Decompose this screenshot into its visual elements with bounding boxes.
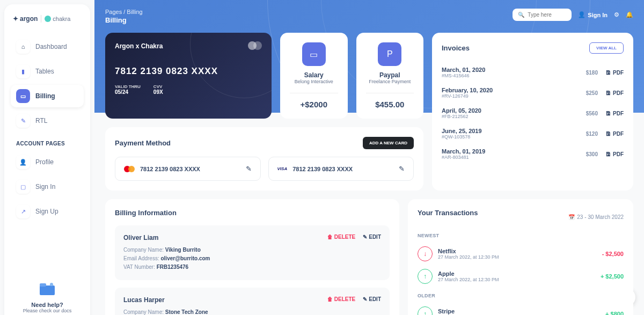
paypal-value: $455.00 — [366, 93, 414, 109]
invoice-date: March, 01, 2019 — [442, 148, 485, 155]
transaction-amount: + $2,500 — [601, 273, 624, 280]
transaction-time: 27 March 2022, at 12:30 PM — [438, 277, 499, 282]
sidebar: ✦argon chakra ⌂Dashboard ▮Tables ▭Billin… — [4, 4, 90, 315]
billing-name: Lucas Harper — [123, 296, 219, 304]
invoice-row: June, 25, 2019#QW-103578$120🖺PDF — [442, 123, 624, 144]
company-value: Viking Burrito — [165, 247, 201, 253]
delete-button[interactable]: 🗑DELETE — [327, 296, 355, 302]
transaction-name: Stripe — [438, 308, 499, 314]
nav-dashboard[interactable]: ⌂Dashboard — [11, 35, 84, 58]
billing-title: Billing Information — [115, 209, 390, 217]
pdf-button[interactable]: 🖺PDF — [605, 111, 624, 116]
invoice-amount: $180 — [586, 70, 598, 76]
card-number: 7812 2139 0823 XXXX — [140, 166, 200, 172]
nav-rtl[interactable]: ✎RTL — [11, 109, 84, 132]
help-subtitle: Please check our docs — [11, 308, 84, 313]
page-title: Billing — [105, 16, 143, 24]
signin-link[interactable]: 👤Sign In — [578, 11, 608, 18]
edit-icon[interactable]: ✎ — [399, 165, 405, 173]
view-all-button[interactable]: VIEW ALL — [589, 42, 624, 54]
invoice-row: March, 01, 2019#AR-803481$300🖺PDF — [442, 144, 624, 164]
transactions-title: Your Transactions — [418, 209, 478, 217]
invoice-amount: $560 — [586, 111, 598, 116]
transaction-row: ↑Stripe26 March 2022, at 13:45 PM+ $800 — [418, 303, 624, 315]
invoice-date: February, 10, 2020 — [442, 87, 493, 93]
edit-button[interactable]: ✎EDIT — [363, 296, 381, 302]
help-title: Need help? — [11, 302, 84, 308]
email-value: oliver@burrito.com — [160, 255, 210, 261]
tool-icon: ✎ — [16, 114, 30, 128]
invoice-amount: $300 — [586, 151, 598, 157]
company-value: Stone Tech Zone — [165, 309, 208, 315]
person-icon: 👤 — [578, 11, 586, 18]
invoice-row: March, 01, 2020#MS-415646$180🖺PDF — [442, 62, 624, 83]
invoice-date: June, 25, 2019 — [442, 128, 482, 134]
invoice-amount: $120 — [586, 131, 598, 137]
invoice-date: April, 05, 2020 — [442, 107, 481, 114]
main: Pages / Billing Billing 🔍 👤Sign In ⚙ 🔔 A… — [94, 0, 644, 315]
transaction-name: Netflix — [438, 248, 499, 254]
gear-icon[interactable]: ⚙ — [614, 11, 619, 18]
invoice-id: #AR-803481 — [442, 155, 485, 160]
pdf-icon: 🖺 — [605, 151, 611, 157]
pdf-button[interactable]: 🖺PDF — [605, 131, 624, 137]
cc-title: Argon x Chakra — [115, 42, 262, 50]
card-icon: ▭ — [16, 89, 30, 103]
nav-signin[interactable]: ▢Sign In — [11, 175, 84, 198]
pdf-icon: 🖺 — [605, 70, 611, 76]
transaction-amount: - $2,500 — [602, 251, 624, 257]
mastercard-icon — [248, 41, 262, 50]
invoices-title: Invoices — [442, 44, 470, 52]
search-input[interactable] — [528, 12, 566, 18]
search-icon: 🔍 — [518, 12, 524, 18]
transaction-time: 27 March 2022, at 12:30 PM — [438, 254, 499, 260]
payment-card-visa: VISA7812 2139 0823 XXXX ✎ — [268, 157, 414, 181]
pdf-button[interactable]: 🖺PDF — [605, 90, 624, 96]
invoice-id: #QW-103578 — [442, 134, 482, 140]
trash-icon: 🗑 — [327, 296, 333, 302]
nav-tables[interactable]: ▮Tables — [11, 60, 84, 83]
edit-icon[interactable]: ✎ — [246, 165, 252, 173]
pdf-icon: 🖺 — [605, 111, 611, 116]
pdf-icon: 🖺 — [605, 90, 611, 96]
arrow-up-icon: ↑ — [418, 306, 433, 315]
payment-method-card: Payment Method ADD A NEW CARD 7812 2139 … — [105, 127, 423, 191]
pdf-button[interactable]: 🖺PDF — [605, 70, 624, 76]
user-icon: 👤 — [16, 155, 30, 169]
company-label: Company Name: — [123, 247, 164, 253]
svg-rect-0 — [40, 285, 55, 295]
transaction-amount: + $800 — [605, 311, 624, 315]
nav-signup[interactable]: ↗Sign Up — [11, 200, 84, 223]
paypal-sub: Freelance Payment — [366, 79, 414, 84]
transactions-card: Your Transactions 📅23 - 30 March 2022 NE… — [408, 199, 633, 315]
transaction-row: ↓Netflix27 March 2022, at 12:30 PM- $2,5… — [418, 243, 624, 265]
pdf-button[interactable]: 🖺PDF — [605, 151, 624, 157]
logo-chakra: chakra — [45, 16, 70, 22]
bell-icon[interactable]: 🔔 — [626, 11, 633, 18]
search-box[interactable]: 🔍 — [513, 9, 572, 21]
calendar-icon: 📅 — [568, 214, 575, 220]
arrow-down-icon: ↓ — [418, 246, 433, 261]
billing-item: Oliver LiamCompany Name: Viking BurritoE… — [115, 225, 390, 280]
transaction-row: ↑Apple27 March 2022, at 12:30 PM+ $2,500 — [418, 265, 624, 288]
breadcrumb: Pages / Billing — [105, 9, 143, 15]
cc-cvv: 09X — [153, 89, 163, 95]
invoice-id: #RV-126749 — [442, 93, 493, 99]
section-older: OLDER — [418, 293, 624, 298]
pdf-icon: 🖺 — [605, 131, 611, 137]
home-icon: ⌂ — [16, 40, 30, 54]
vat-value: FRB1235476 — [157, 264, 188, 270]
salary-card: ▭ Salary Belong Interactive +$2000 — [280, 33, 348, 119]
rocket-icon: ↗ — [16, 204, 30, 218]
add-card-button[interactable]: ADD A NEW CARD — [363, 137, 414, 149]
billing-name: Oliver Liam — [123, 234, 210, 241]
pencil-icon: ✎ — [363, 234, 367, 240]
delete-button[interactable]: 🗑DELETE — [327, 234, 355, 240]
chart-icon: ▮ — [16, 64, 30, 78]
nav-profile[interactable]: 👤Profile — [11, 151, 84, 173]
edit-button[interactable]: ✎EDIT — [363, 234, 381, 240]
document-icon: ▢ — [16, 180, 30, 194]
trash-icon: 🗑 — [327, 234, 333, 240]
nav-billing[interactable]: ▭Billing — [11, 85, 84, 107]
vat-label: VAT Number: — [123, 264, 155, 270]
